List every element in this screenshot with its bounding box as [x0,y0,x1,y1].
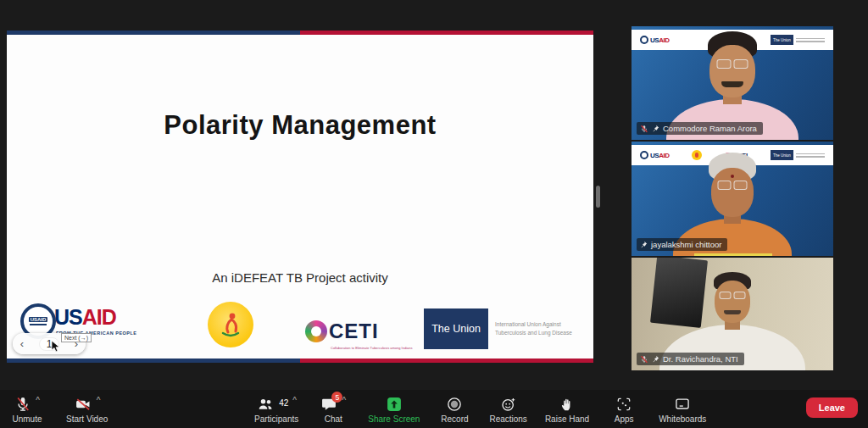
ntep-logo-icon [208,302,253,347]
apps-icon [615,396,632,413]
camera-off-icon [74,396,92,413]
reactions-label: Reactions [489,414,526,424]
the-union-mini-box: The Union [771,150,793,160]
apps-label: Apps [615,414,634,424]
ceti-wordmark: CETI [329,321,379,342]
the-union-mini-desc [796,153,825,158]
the-union-desc-line1: International Union Against [495,320,572,329]
participant-name: jayalakshmi chittoor [651,240,721,249]
participant-name-tag: Commodore Raman Arora [637,122,763,135]
usaid-us: US [54,305,82,329]
the-union-mini-desc [796,38,825,42]
chevron-up-icon[interactable]: ^ [292,397,297,405]
raise-hand-button[interactable]: Raise Hand [545,396,589,424]
slide-top-stripe [7,31,593,35]
face [709,45,755,97]
shared-screen-slide: Polarity Management An iDEFEAT TB Projec… [7,31,593,363]
video-tile-jayalakshmi[interactable]: USAID CETI The Union jayalakshmi chittoo… [632,142,833,256]
mic-muted-icon [640,355,648,364]
glasses [718,181,748,190]
the-union-mini-logo: The Union [771,150,825,160]
mustache [721,81,743,87]
participants-icon [256,396,275,413]
the-union-description: International Union Against Tuberculosis… [495,320,572,337]
raise-hand-icon [559,396,575,413]
participants-button[interactable]: 42 ^ Participants [254,396,298,424]
stripe-red [300,359,593,363]
usaid-mini-logo: USAID [640,36,669,44]
usaid-seal-text: USAID [29,317,48,322]
usaid-mini-seal-icon [640,36,648,44]
mouse-cursor-icon [51,340,60,353]
ceti-swirl-icon [305,320,327,342]
stripe-red [300,31,593,35]
participant-name-tag: jayalakshmi chittoor [637,238,727,251]
active-speaker-indicator [694,253,772,256]
chevron-up-icon[interactable]: ^ [97,397,101,405]
prev-slide-button[interactable]: ‹ [20,337,24,350]
chat-label: Chat [325,414,342,424]
chevron-up-icon[interactable]: ^ [36,397,40,405]
participants-label: Participants [254,414,298,424]
chat-button[interactable]: 5 ^ Chat [316,396,350,424]
participant-name-tag: Dr. Ravichandra, NTI [637,353,744,365]
slide-title: Polarity Management [7,110,593,141]
whiteboards-icon [674,396,691,413]
the-union-mini-box: The Union [771,35,793,45]
participants-count: 42 [279,398,288,408]
video-tile-raman-arora[interactable]: USAID The Union [632,26,833,140]
bindi [731,175,734,178]
stripe-blue [7,359,300,363]
whiteboards-button[interactable]: Whiteboards [659,396,706,424]
mustache [724,310,741,314]
meeting-toolbar: ^ Unmute ^ Start Video [0,390,868,428]
start-video-button[interactable]: ^ Start Video [66,396,108,424]
pin-icon [640,241,648,248]
glasses [720,292,746,299]
unmute-label: Unmute [12,414,42,424]
chevron-up-icon[interactable]: ^ [342,397,346,405]
apps-button[interactable]: Apps [607,396,641,424]
reactions-button[interactable]: Reactions [489,396,526,424]
the-union-desc-line2: Tuberculosis and Lung Disease [495,329,572,337]
usaid-aid: AID [659,152,669,159]
the-union-box: The Union [424,308,488,349]
unmute-button[interactable]: ^ Unmute [10,396,44,424]
raise-hand-label: Raise Hand [545,414,589,424]
pin-icon [652,125,659,132]
usaid-us: US [650,36,659,44]
next-slide-tooltip: Next (→) [61,333,92,342]
mic-muted-icon [640,125,648,133]
share-screen-icon [386,396,403,413]
video-tile-ravichandra[interactable]: Dr. Ravichandra, NTI [632,258,833,370]
mic-muted-icon [14,396,31,413]
ceti-tagline: Collaboration to Eliminate Tuberculosis … [331,346,413,350]
zoom-meeting-window: Polarity Management An iDEFEAT TB Projec… [0,0,868,428]
leave-button[interactable]: Leave [806,397,858,418]
slide-logo-row: USAID USAID FROM THE AMERICAN PEOPLE [7,303,593,356]
pin-icon [652,355,659,363]
start-video-label: Start Video [66,414,108,424]
record-icon [446,396,463,413]
ntep-figure-icon [218,310,243,339]
ntep-mini-logo-icon [692,150,702,160]
vertical-scrollbar[interactable] [596,186,600,208]
share-screen-label: Share Screen [368,414,420,424]
glasses [717,59,748,69]
the-union-logo: The Union International Union Against Tu… [424,308,572,349]
participant-name: Commodore Raman Arora [663,124,757,133]
usaid-seal-wave [30,324,47,325]
the-union-mini-logo: The Union [771,35,825,45]
share-screen-button[interactable]: Share Screen [368,396,420,424]
stripe-blue [7,31,300,35]
whiteboards-label: Whiteboards [659,414,706,424]
participant-name: Dr. Ravichandra, NTI [663,354,738,364]
usaid-aid: AID [659,36,669,44]
slide-bottom-stripe [7,359,593,363]
ceti-logo: CETI Collaboration to Eliminate Tubercul… [305,320,379,342]
record-button[interactable]: Record [437,396,471,424]
face [715,281,750,323]
record-label: Record [441,414,468,424]
reactions-icon [500,396,517,413]
usaid-us: US [650,152,659,159]
